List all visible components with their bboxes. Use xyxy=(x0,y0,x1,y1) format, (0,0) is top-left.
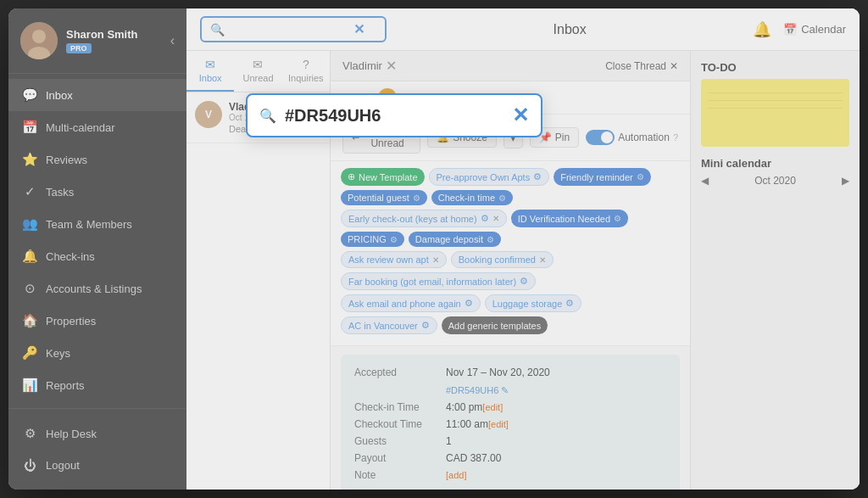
search-overlay-icon: 🔍 xyxy=(259,108,276,124)
search-overlay-input[interactable] xyxy=(285,106,504,126)
search-overlay-clear-icon[interactable]: ✕ xyxy=(512,104,529,127)
app-window: Sharon Smith PRO ‹ 💬Inbox📅Multi-calendar… xyxy=(8,8,860,490)
overlay-dim xyxy=(8,8,860,490)
search-overlay: 🔍 ✕ xyxy=(246,93,542,137)
